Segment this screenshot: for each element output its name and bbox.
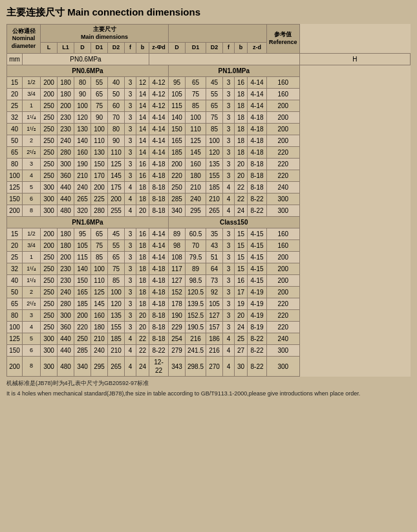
cell-2-7: 3 <box>125 252 136 263</box>
cell-3-13: 3 <box>223 263 235 275</box>
cell-4-1: 1¹/₂ <box>23 275 41 287</box>
cell-2-2: 250 <box>41 252 58 263</box>
cell-11-5: 280 <box>91 205 108 217</box>
cell-9-2: 300 <box>41 182 58 194</box>
cell-1-10: 105 <box>169 89 186 100</box>
cell-7-13: 3 <box>223 159 235 170</box>
cell-5-12: 92 <box>206 287 223 298</box>
footnote1: 机械标准是(JB78)时为4孔,表中尺寸为GB20592-97标准 <box>6 379 411 388</box>
cell-0-11: 60.5 <box>186 228 206 240</box>
cell-8-12: 157 <box>206 322 223 333</box>
cell-9-13: 4 <box>223 182 235 194</box>
main-table: 公称通径Nominal diameter 主要尺寸Main dimensions… <box>6 24 411 377</box>
cell-6-15: 4-19 <box>248 298 267 310</box>
unit-mm: mm <box>7 54 23 65</box>
cell-10-10: 285 <box>169 194 186 205</box>
cell-8-5: 180 <box>91 322 108 333</box>
cell-6-11: 139.5 <box>186 298 206 310</box>
cell-1-4: 90 <box>74 89 91 100</box>
cell-9-12: 186 <box>206 333 223 345</box>
cell-8-1: 4 <box>23 170 41 182</box>
cell-9-10: 254 <box>169 333 186 345</box>
col-b: b <box>136 43 149 54</box>
cell-9-13: 4 <box>223 333 235 345</box>
cell-6-14: 18 <box>235 147 248 159</box>
cell-10-2: 300 <box>41 194 58 205</box>
cell-4-15: 4-18 <box>248 124 267 135</box>
cell-4-10: 150 <box>169 124 186 135</box>
nominal-diameter-header: 公称通径Nominal diameter <box>7 25 41 54</box>
cell-5-16: 200 <box>267 135 300 147</box>
cell-7-8: 20 <box>136 310 149 322</box>
cell-5-0: 50 <box>7 135 23 147</box>
cell-7-6: 125 <box>108 159 125 170</box>
cell-5-3: 240 <box>58 135 74 147</box>
cell-1-1: 3/4 <box>23 240 41 252</box>
cell-1-9: 4-14 <box>149 240 169 252</box>
cell-7-0: 80 <box>7 159 23 170</box>
cell-5-11: 120.5 <box>186 287 206 298</box>
cell-11-1: 8 <box>23 357 41 377</box>
table-row: 15063004402652252004188-182852402104228-… <box>7 194 411 205</box>
cell-9-7: 4 <box>125 182 136 194</box>
cell-4-3: 230 <box>58 124 74 135</box>
cell-11-6: 255 <box>108 205 125 217</box>
cell-8-0: 100 <box>7 170 23 182</box>
cell-3-7: 3 <box>125 263 136 275</box>
cell-1-11: 75 <box>186 89 206 100</box>
cell-7-5: 160 <box>91 310 108 322</box>
cell-11-1: 8 <box>23 205 41 217</box>
cell-6-9: 4-18 <box>149 298 169 310</box>
col-f: f <box>125 43 136 54</box>
cell-5-3: 240 <box>58 287 74 298</box>
table-row: 8032503001901501253164-182001601353208-1… <box>7 159 411 170</box>
cell-8-6: 145 <box>108 170 125 182</box>
cell-1-5: 75 <box>91 240 108 252</box>
cell-2-16: 200 <box>267 100 300 112</box>
cell-1-2: 200 <box>41 89 58 100</box>
cell-2-12: 65 <box>206 100 223 112</box>
cell-5-13: 3 <box>223 135 235 147</box>
cell-10-14: 27 <box>235 345 248 357</box>
cell-10-0: 150 <box>7 345 23 357</box>
main-dimensions-header: 主要尺寸Main dimensions <box>41 25 169 43</box>
cell-1-3: 180 <box>58 89 74 100</box>
cell-10-11: 240 <box>186 194 206 205</box>
cell-3-12: 64 <box>206 263 223 275</box>
cell-0-13: 3 <box>223 77 235 89</box>
cell-10-15: 8-22 <box>248 194 267 205</box>
table-row: 652¹/₂2502801601301103144-14185145120318… <box>7 147 411 159</box>
cell-5-1: 2 <box>23 135 41 147</box>
cell-4-3: 230 <box>58 275 74 287</box>
cell-1-16: 160 <box>267 89 300 100</box>
cell-6-2: 250 <box>41 298 58 310</box>
cell-2-9: 4-12 <box>149 100 169 112</box>
cell-0-12: 45 <box>206 77 223 89</box>
cell-11-16: 300 <box>267 205 300 217</box>
cell-0-8: 12 <box>136 77 149 89</box>
cell-2-1: 1 <box>23 252 41 263</box>
cell-9-12: 185 <box>206 182 223 194</box>
cell-4-0: 40 <box>7 124 23 135</box>
cell-11-10: 343 <box>169 357 186 377</box>
cell-7-15: 8-18 <box>248 159 267 170</box>
col-d1-r: D1 <box>186 43 206 54</box>
cell-2-10: 115 <box>169 100 186 112</box>
cell-1-15: 4-15 <box>248 240 267 252</box>
cell-10-9: 8-22 <box>149 345 169 357</box>
cell-7-13: 3 <box>223 310 235 322</box>
cell-7-2: 250 <box>41 310 58 322</box>
page-title: 主要连接尺寸 Main connection dimensions <box>6 6 411 19</box>
cell-1-5: 65 <box>91 89 108 100</box>
cell-0-1: 1/2 <box>23 228 41 240</box>
cell-11-11: 295 <box>186 205 206 217</box>
table-row: 200830048034029526542412-22343298.527043… <box>7 357 411 377</box>
cell-2-5: 75 <box>91 100 108 112</box>
cell-3-2: 250 <box>41 112 58 124</box>
cell-11-7: 4 <box>125 205 136 217</box>
cell-2-3: 200 <box>58 252 74 263</box>
cell-7-2: 250 <box>41 159 58 170</box>
cell-3-0: 32 <box>7 263 23 275</box>
cell-10-8: 22 <box>136 345 149 357</box>
cell-11-0: 200 <box>7 205 23 217</box>
